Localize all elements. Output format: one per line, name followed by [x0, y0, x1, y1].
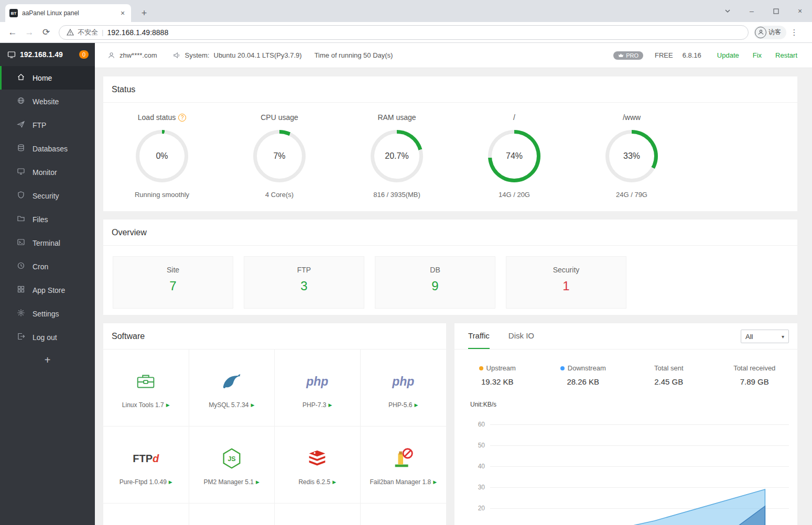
play-icon[interactable]: ▶: [328, 402, 332, 408]
logout-icon: [17, 332, 25, 343]
gauge-load-status: Load status ? 0% Running smoothly: [103, 112, 221, 199]
gauge-subtext: 24G / 79G: [573, 191, 690, 199]
minimize-button[interactable]: –: [740, 0, 764, 22]
mysql-icon: [220, 367, 244, 396]
stat-upstream: Upstream 19.32 KB: [454, 364, 540, 386]
aapanel-window: BT aaPanel Linux panel × + – × ← → ⟳ 不安全…: [0, 0, 812, 525]
traffic-chart: 60 50 40 30 20: [454, 424, 797, 525]
sidebar-item-home[interactable]: Home: [0, 66, 95, 90]
server-ip: 192.168.1.49: [20, 50, 75, 59]
sidebar-item-terminal[interactable]: Terminal: [0, 231, 95, 255]
gauge-label: /: [513, 113, 515, 122]
software-title: Software: [103, 323, 446, 349]
security-label: 不安全: [78, 28, 98, 37]
overview-card-db[interactable]: DB 9: [375, 256, 495, 309]
shield-icon: [17, 191, 25, 201]
notification-badge[interactable]: 0: [79, 50, 89, 59]
version-label: 6.8.16: [683, 51, 701, 59]
sidebar-item-monitor[interactable]: Monitor: [0, 160, 95, 184]
software-item-redis[interactable]: Redis 6.2.5▶: [275, 426, 361, 504]
play-icon[interactable]: ▶: [433, 479, 437, 485]
refresh-button[interactable]: ⟳: [38, 24, 55, 41]
sidebar-item-ftp[interactable]: FTP: [0, 113, 95, 137]
software-item-linux-tools[interactable]: Linux Tools 1.7▶: [103, 349, 189, 426]
play-icon[interactable]: ▶: [332, 479, 336, 485]
gauge-ring: 20.7%: [371, 130, 423, 182]
gauge-value: 20.7%: [374, 134, 419, 179]
traffic-tabs: Traffic Disk IO All ▾: [454, 323, 797, 349]
overview-card-site[interactable]: Site 7: [113, 256, 233, 309]
sidebar-item-databases[interactable]: Databases: [0, 137, 95, 160]
software-item-pm2[interactable]: JS PM2 Manager 5.1▶: [189, 426, 275, 504]
overview-card-ftp[interactable]: FTP 3: [244, 256, 364, 309]
upstream-dot-icon: [479, 366, 483, 370]
url-text: 192.168.1.49:8888: [107, 28, 168, 37]
back-button[interactable]: ←: [4, 24, 21, 41]
pro-badge[interactable]: PRO: [613, 51, 643, 60]
system-value: Ubuntu 20.04.1 LTS(Py3.7.9): [214, 51, 302, 59]
sidebar-item-files[interactable]: Files: [0, 207, 95, 231]
ftpd-icon: FTPd: [133, 444, 159, 473]
pm2-icon: JS: [220, 444, 244, 473]
browser-tab[interactable]: BT aaPanel Linux panel ×: [5, 4, 131, 22]
gauge-label: RAM usage: [377, 113, 416, 122]
gauge-ring: 33%: [605, 130, 658, 182]
window-controls: – ×: [716, 0, 812, 22]
sidebar-item-security[interactable]: Security: [0, 184, 95, 207]
globe-icon: [17, 96, 25, 107]
clock-icon: [17, 261, 25, 272]
tab-search-chevron-icon[interactable]: [716, 0, 740, 22]
sidebar-add-button[interactable]: +: [0, 354, 95, 366]
play-icon[interactable]: ▶: [256, 479, 259, 485]
sidebar-item-website[interactable]: Website: [0, 90, 95, 113]
gauge-ram-usage: RAM usage 20.7% 816 / 3935(MB): [338, 112, 456, 199]
tab-traffic[interactable]: Traffic: [468, 323, 490, 349]
software-grid: Linux Tools 1.7▶ MySQL 5.7.34▶ php PHP-7…: [103, 349, 446, 525]
downstream-dot-icon: [560, 366, 565, 370]
restart-link[interactable]: Restart: [775, 51, 797, 59]
maximize-button[interactable]: [764, 0, 788, 22]
uptime-label: Time of running 50 Day(s): [315, 51, 393, 59]
home-icon: [17, 73, 25, 83]
traffic-filter-select[interactable]: All ▾: [741, 330, 789, 343]
help-icon[interactable]: ?: [178, 114, 186, 122]
new-tab-button[interactable]: +: [137, 6, 151, 20]
forward-button[interactable]: →: [21, 24, 38, 41]
software-item-pure-ftpd[interactable]: FTPd Pure-Ftpd 1.0.49▶: [103, 426, 189, 504]
play-icon[interactable]: ▶: [166, 402, 170, 408]
software-item-more: [275, 504, 361, 525]
sidebar-item-app-store[interactable]: App Store: [0, 278, 95, 302]
software-item-fail2ban[interactable]: Fail2ban Manager 1.8▶: [361, 426, 447, 504]
gauge-ring: 7%: [253, 130, 306, 182]
sidebar-item-settings[interactable]: Settings: [0, 302, 95, 325]
gauge-value: 74%: [492, 134, 537, 179]
software-item-mysql[interactable]: MySQL 5.7.34▶: [189, 349, 275, 426]
panel-domain[interactable]: zhw****.com: [120, 51, 157, 59]
software-item-php73[interactable]: php PHP-7.3▶: [275, 349, 361, 426]
stat-total-sent: Total sent 2.45 GB: [626, 364, 712, 386]
gauge-subtext: 4 Core(s): [221, 191, 338, 199]
overview-card-security[interactable]: Security 1: [506, 256, 626, 309]
software-item-php56[interactable]: php PHP-5.6▶: [361, 349, 447, 426]
fix-link[interactable]: Fix: [753, 51, 762, 59]
url-input[interactable]: 不安全 | 192.168.1.49:8888: [59, 25, 749, 40]
stat-total-received: Total received 7.89 GB: [712, 364, 798, 386]
overview-cards: Site 7 FTP 3 DB 9 Security 1: [103, 246, 797, 319]
close-window-button[interactable]: ×: [788, 0, 812, 22]
traffic-card: Traffic Disk IO All ▾ Upstream 19.32 KB …: [454, 323, 797, 525]
sidebar-item-logout[interactable]: Log out: [0, 325, 95, 349]
server-selector[interactable]: 192.168.1.49 0: [0, 43, 95, 66]
browser-addressbar: ← → ⟳ 不安全 | 192.168.1.49:8888 访客 ⋮: [0, 22, 812, 43]
browser-profile-button[interactable]: 访客: [754, 26, 786, 39]
redis-icon: [305, 444, 329, 473]
play-icon[interactable]: ▶: [251, 402, 254, 408]
browser-menu-icon[interactable]: ⋮: [786, 28, 802, 37]
software-item-more: [189, 504, 275, 525]
play-icon[interactable]: ▶: [169, 479, 172, 485]
play-icon[interactable]: ▶: [414, 402, 418, 408]
gauge-value: 7%: [257, 134, 302, 179]
tab-close-icon[interactable]: ×: [118, 9, 127, 17]
tab-disk-io[interactable]: Disk IO: [508, 323, 534, 349]
update-link[interactable]: Update: [717, 51, 739, 59]
sidebar-item-cron[interactable]: Cron: [0, 255, 95, 278]
